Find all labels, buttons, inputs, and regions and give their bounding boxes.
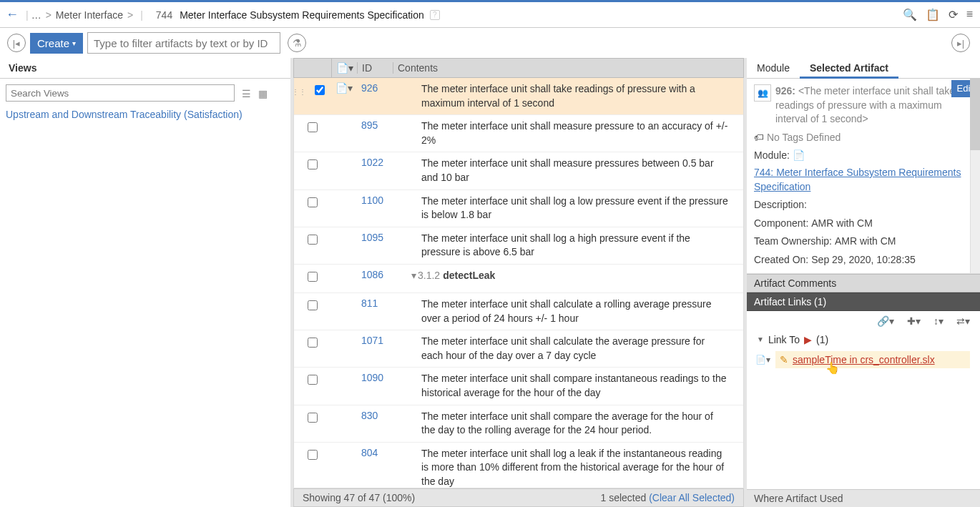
link-to-count: (1) (816, 334, 828, 345)
row-id-link[interactable]: 1086 (361, 269, 383, 280)
grid-body[interactable]: 📄▾926The meter interface unit shall take… (293, 78, 744, 488)
nav-first-icon[interactable]: |◂ (7, 34, 26, 52)
footer-showing: Showing 47 of 47 (100%) (303, 492, 415, 503)
row-checkbox[interactable] (315, 85, 325, 95)
scrollbar[interactable] (970, 79, 980, 273)
section-caret-icon[interactable]: ▾ (411, 270, 416, 281)
artifact-title: <The meter interface unit shall take rea… (775, 85, 955, 124)
table-row[interactable]: 1022The meter interface unit shall measu… (294, 152, 743, 189)
clipboard-icon[interactable]: 📋 (926, 8, 940, 21)
search-views-input[interactable] (6, 84, 235, 102)
row-id-link[interactable]: 804 (361, 447, 378, 458)
col-contents-header[interactable]: Contents (393, 62, 650, 74)
breadcrumb: … > Meter Interface > | 744 Meter Interf… (31, 9, 440, 21)
module-label: Module: (754, 149, 790, 163)
tab-module[interactable]: Module (747, 58, 800, 78)
row-id-link[interactable]: 1095 (361, 232, 383, 243)
row-contents: The meter interface unit shall measure p… (421, 157, 743, 184)
row-checkbox[interactable] (308, 375, 318, 385)
row-type-icon (331, 447, 357, 488)
col-type-icon[interactable]: 📄▾ (331, 59, 357, 77)
table-row[interactable]: 895The meter interface unit shall measur… (294, 115, 743, 152)
link-tool-2-icon[interactable]: ✚▾ (907, 315, 921, 327)
grid-header: 📄▾ ID Contents (293, 58, 744, 78)
search-icon[interactable]: 🔍 (903, 8, 917, 21)
table-row[interactable]: 1086▾3.1.2detectLeak (294, 265, 743, 293)
link-tool-3-icon[interactable]: ↕▾ (934, 315, 944, 327)
breadcrumb-ellipsis[interactable]: … (31, 9, 41, 21)
chevron-down-icon[interactable]: ▼ (757, 335, 764, 343)
row-id-link[interactable]: 811 (361, 297, 378, 309)
row-id-link[interactable]: 1090 (361, 372, 383, 383)
link-tool-4-icon[interactable]: ⇄▾ (956, 315, 970, 327)
clear-all-link[interactable]: (Clear All Selected) (649, 492, 735, 503)
table-row[interactable]: 1095The meter interface unit shall log a… (294, 227, 743, 265)
row-checkbox[interactable] (308, 272, 318, 282)
row-contents: The meter interface unit shall calculate… (421, 297, 743, 325)
row-contents: The meter interface unit shall compare t… (421, 410, 743, 438)
col-id-header[interactable]: ID (357, 62, 393, 74)
trace-link[interactable]: Upstream and Downstream Traceability (Sa… (6, 109, 285, 120)
row-checkbox[interactable] (308, 450, 318, 460)
table-row[interactable]: 830The meter interface unit shall compar… (294, 405, 743, 443)
table-row[interactable]: 1071The meter interface unit shall calcu… (294, 330, 743, 368)
row-contents: ▾3.1.2detectLeak (421, 269, 743, 288)
row-type-icon (331, 410, 357, 438)
row-checkbox[interactable] (308, 413, 318, 423)
link-item-text[interactable]: sampleTime in crs_controller.slx (793, 354, 935, 365)
row-contents: The meter interface unit shall calculate… (421, 335, 743, 363)
row-checkbox[interactable] (308, 300, 318, 310)
row-contents: The meter interface unit shall log a hig… (421, 232, 743, 260)
row-id-link[interactable]: 830 (361, 410, 378, 421)
row-contents: The meter interface unit shall compare i… (421, 372, 743, 400)
row-checkbox[interactable] (308, 159, 318, 169)
view-list-icon[interactable]: ☰ (242, 88, 251, 99)
row-checkbox[interactable] (308, 197, 318, 207)
filter-icon[interactable]: ⚗ (288, 34, 306, 52)
artifact-comments-header[interactable]: Artifact Comments (747, 274, 980, 292)
table-row[interactable]: 804The meter interface unit shall log a … (294, 443, 743, 488)
back-arrow-icon[interactable]: ← (6, 7, 19, 22)
row-checkbox[interactable] (308, 235, 318, 245)
breadcrumb-id: 744 (156, 9, 172, 21)
row-id-link[interactable]: 1100 (361, 195, 383, 206)
row-type-icon (331, 297, 357, 325)
component-value: AMR with CM (811, 217, 873, 231)
table-row[interactable]: 1090The meter interface unit shall compa… (294, 368, 743, 405)
no-tags-label: No Tags Defined (767, 131, 841, 145)
help-icon[interactable]: ? (430, 10, 440, 20)
where-artifact-used[interactable]: Where Artifact Used (747, 489, 980, 507)
link-to-label[interactable]: Link To (768, 334, 800, 345)
create-button[interactable]: Create (30, 33, 83, 54)
link-tool-1-icon[interactable]: 🔗▾ (877, 315, 894, 327)
row-id-link[interactable]: 1022 (361, 157, 383, 168)
footer-selected: 1 selected (600, 492, 646, 503)
row-contents: The meter interface unit shall take read… (421, 82, 743, 110)
tab-selected-artifact[interactable]: Selected Artifact (800, 58, 898, 78)
menu-icon[interactable]: ≡ (966, 8, 973, 21)
row-id-link[interactable]: 1071 (361, 335, 383, 346)
description-label: Description: (754, 198, 807, 212)
row-id-link[interactable]: 895 (361, 119, 378, 131)
view-grid-icon[interactable]: ▦ (258, 88, 268, 99)
artifact-links-header[interactable]: Artifact Links (1) (747, 292, 980, 311)
link-item[interactable]: ✎ sampleTime in crs_controller.slx 👆 (775, 351, 970, 368)
breadcrumb-parent[interactable]: Meter Interface (56, 9, 123, 21)
table-row[interactable]: 1100The meter interface unit shall log a… (294, 190, 743, 227)
refresh-icon[interactable]: ⟳ (949, 8, 958, 21)
pencil-icon: ✎ (780, 354, 788, 365)
link-arrow-icon: ▶ (804, 334, 812, 345)
table-row[interactable]: 811The meter interface unit shall calcul… (294, 293, 743, 330)
row-checkbox[interactable] (308, 338, 318, 348)
views-header: Views (0, 58, 290, 79)
row-checkbox[interactable] (308, 122, 318, 132)
divider: | (26, 9, 29, 21)
row-id-link[interactable]: 926 (361, 82, 378, 94)
nav-last-icon[interactable]: ▸| (951, 34, 970, 52)
table-row[interactable]: 📄▾926The meter interface unit shall take… (294, 78, 743, 115)
filter-input[interactable] (87, 32, 280, 54)
row-type-icon (331, 157, 357, 184)
row-type-icon (331, 372, 357, 400)
module-link[interactable]: 744: Meter Interface Subsystem Requireme… (754, 166, 973, 194)
page-title: Meter Interface Subsystem Requirements S… (180, 9, 424, 21)
